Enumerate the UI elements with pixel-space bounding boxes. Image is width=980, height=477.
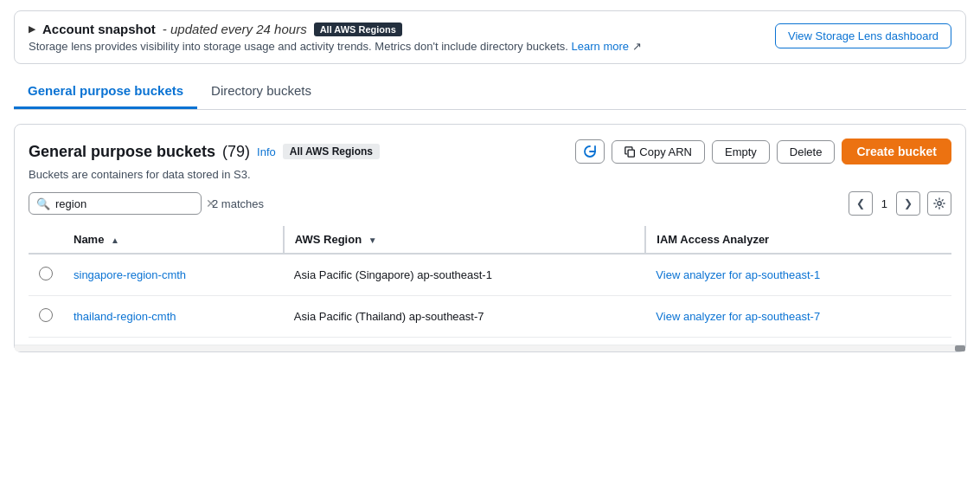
row1-radio[interactable] [39, 267, 53, 280]
aws-regions-badge: All AWS Regions [314, 23, 402, 36]
row1-name-cell: singapore-region-cmth [63, 254, 284, 296]
row1-bucket-link[interactable]: singapore-region-cmth [74, 268, 186, 281]
search-left: 🔍 ✕ 2 matches [29, 192, 264, 215]
expand-arrow-icon[interactable]: ▶ [29, 24, 35, 34]
search-box: 🔍 ✕ [29, 192, 202, 215]
col-select [29, 226, 63, 254]
refresh-button[interactable] [575, 139, 605, 164]
row2-select-cell[interactable] [29, 296, 63, 338]
row2-analyzer-link[interactable]: View analyzer for ap-southeast-7 [656, 310, 820, 323]
search-input[interactable] [55, 197, 201, 210]
row2-region-cell: Asia Pacific (Thailand) ap-southeast-7 [284, 296, 646, 338]
row2-radio[interactable] [39, 308, 53, 322]
svg-point-1 [938, 202, 941, 205]
scroll-bar[interactable] [15, 345, 965, 351]
scroll-indicator [955, 345, 965, 351]
search-row: 🔍 ✕ 2 matches ❮ 1 ❯ [29, 191, 951, 216]
snapshot-left: ▶ Account snapshot - updated every 24 ho… [29, 22, 642, 53]
snapshot-update-text: - updated every 24 hours [163, 22, 307, 36]
region-badge: All AWS Regions [283, 144, 380, 159]
col-name[interactable]: Name ▲ [63, 226, 284, 254]
table-settings-button[interactable] [927, 191, 951, 216]
next-page-button[interactable]: ❯ [896, 191, 920, 216]
account-snapshot-panel: ▶ Account snapshot - updated every 24 ho… [14, 10, 966, 64]
page-number: 1 [876, 197, 893, 210]
row2-name-cell: thailand-region-cmth [63, 296, 284, 338]
empty-button[interactable]: Empty [712, 140, 770, 164]
row1-region-cell: Asia Pacific (Singapore) ap-southeast-1 [284, 254, 646, 296]
main-panel: General purpose buckets (79) Info All AW… [14, 124, 966, 352]
copy-arn-button[interactable]: Copy ARN [612, 140, 705, 164]
row1-select-cell[interactable] [29, 254, 63, 296]
search-icon: 🔍 [36, 197, 50, 210]
snapshot-description: Storage lens provides visibility into st… [29, 40, 642, 53]
tab-directory[interactable]: Directory buckets [197, 74, 325, 109]
tab-general-purpose[interactable]: General purpose buckets [14, 74, 197, 109]
row2-bucket-link[interactable]: thailand-region-cmth [74, 310, 176, 323]
svg-rect-0 [628, 150, 634, 157]
row2-iam-cell: View analyzer for ap-southeast-7 [645, 296, 951, 338]
info-link[interactable]: Info [257, 145, 276, 158]
delete-button[interactable]: Delete [777, 140, 836, 164]
name-sort-icon: ▲ [111, 235, 119, 245]
panel-subtitle: Buckets are containers for data stored i… [29, 168, 951, 181]
col-region[interactable]: AWS Region ▼ [284, 226, 646, 254]
buckets-table: Name ▲ AWS Region ▼ IAM Access Analyzer [29, 226, 951, 338]
learn-more-link[interactable]: Learn more [572, 40, 629, 53]
create-bucket-button[interactable]: Create bucket [842, 139, 951, 164]
view-storage-lens-button[interactable]: View Storage Lens dashboard [775, 23, 951, 48]
tabs-bar: General purpose buckets Directory bucket… [14, 74, 966, 110]
col-iam: IAM Access Analyzer [645, 226, 951, 254]
prev-page-button[interactable]: ❮ [849, 191, 873, 216]
region-sort-icon: ▼ [368, 235, 377, 245]
panel-title-row: General purpose buckets (79) Info All AW… [29, 143, 380, 161]
table-row: thailand-region-cmth Asia Pacific (Thail… [29, 296, 951, 338]
snapshot-heading: Account snapshot [42, 22, 156, 36]
bucket-count: (79) [222, 143, 250, 161]
row1-analyzer-link[interactable]: View analyzer for ap-southeast-1 [656, 268, 820, 281]
refresh-icon [583, 145, 597, 158]
panel-header: General purpose buckets (79) Info All AW… [29, 139, 951, 164]
matches-count: 2 matches [212, 197, 264, 210]
pagination-row: ❮ 1 ❯ [849, 191, 951, 216]
panel-title: General purpose buckets [29, 143, 215, 161]
settings-icon [933, 197, 945, 209]
table-row: singapore-region-cmth Asia Pacific (Sing… [29, 254, 951, 296]
panel-actions: Copy ARN Empty Delete Create bucket [575, 139, 951, 164]
snapshot-title: ▶ Account snapshot - updated every 24 ho… [29, 22, 642, 36]
row1-iam-cell: View analyzer for ap-southeast-1 [645, 254, 951, 296]
copy-icon [625, 146, 636, 158]
